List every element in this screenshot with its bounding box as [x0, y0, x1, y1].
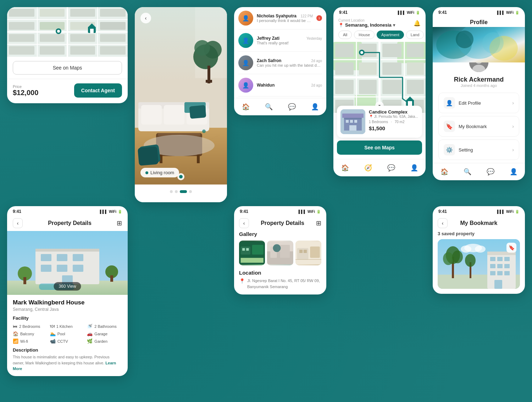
nav-search-icon-3[interactable]: 🔍: [462, 167, 472, 177]
nav-chat-icon[interactable]: 💬: [287, 102, 297, 112]
svg-rect-165: [504, 264, 510, 268]
dot-4[interactable]: [189, 190, 192, 193]
see-on-maps-button[interactable]: See on Maps: [13, 61, 122, 75]
screen-living-room: ‹ Living room: [135, 7, 227, 202]
map-view[interactable]: [7, 7, 128, 57]
nav-profile-icon-2[interactable]: 👤: [409, 163, 419, 173]
see-on-maps-button-2[interactable]: See on Maps: [337, 141, 422, 155]
map-search-view[interactable]: ▾: [333, 42, 426, 113]
nav-explore-icon[interactable]: 🧭: [363, 163, 373, 173]
svg-rect-99: [310, 247, 320, 258]
property-title: Property Details: [48, 220, 92, 226]
nav-profile-icon[interactable]: 👤: [310, 102, 320, 112]
svg-rect-66: [206, 80, 212, 83]
bookmark-label: My Bookmark: [459, 124, 487, 129]
prop-card-separator: ·: [391, 120, 392, 124]
msg-header-nicholas: Nicholas Syahputra 122 PM: [257, 13, 313, 18]
svg-point-24: [57, 30, 60, 33]
svg-rect-116: [382, 62, 401, 75]
bookmark-property-image: 🔖: [438, 239, 520, 289]
view-360-badge[interactable]: 360 View: [54, 282, 81, 291]
gallery-thumb-2[interactable]: [267, 241, 293, 265]
profile-banner: [433, 27, 525, 62]
msg-content-nicholas: Nicholas Syahputra 122 PM I personally t…: [257, 13, 313, 23]
current-location-label: Current Location: [338, 18, 395, 22]
wifi-icon2: 📶: [13, 338, 18, 344]
message-item-2[interactable]: 👤 Jeffrey Zati Yesterday That's really g…: [238, 29, 322, 52]
profile-setting[interactable]: ⚙️ Setting ›: [438, 139, 519, 160]
facility-bedrooms: 🛏2 Bedrooms: [13, 324, 48, 329]
svg-rect-33: [57, 254, 67, 261]
nav-home-icon[interactable]: 🏠: [241, 102, 251, 112]
bookmark-back-button[interactable]: ‹: [438, 218, 448, 228]
facility-balcony-label: Balcony: [20, 332, 34, 336]
profile-status-icons: ▌▌▌ WiFi 🔋: [497, 11, 519, 15]
profile-menu: 👤 Edit Profile › 🔖 My Bookmark › ⚙️ Sett…: [433, 93, 525, 160]
gallery-thumb-3[interactable]: [295, 241, 321, 265]
svg-point-82: [179, 175, 183, 178]
svg-rect-164: [497, 264, 503, 268]
svg-rect-21: [100, 34, 126, 42]
svg-rect-9: [9, 34, 34, 42]
filter-land[interactable]: Land: [406, 31, 424, 39]
nav-chat-icon-2[interactable]: 💬: [386, 163, 396, 173]
msg-time-zach: 2d ago: [311, 59, 322, 63]
screen-bookmark: 9:41 ▌▌▌ WiFi 🔋 ‹ My Bookmark 3 saved pr…: [433, 206, 525, 294]
prop-card-name: Candice Complex: [369, 109, 419, 115]
property-name: Mark Walkingberd House: [13, 299, 122, 306]
location-address-text: Jl. Ngesrep Barat I No. 45, RT 05/ RW 09…: [247, 278, 321, 290]
svg-rect-117: [407, 44, 424, 57]
svg-rect-37: [73, 265, 83, 272]
message-item-4[interactable]: 👤 Wahidun 2d ago: [238, 74, 322, 97]
gallery-back-button[interactable]: ‹: [239, 218, 249, 228]
location-value[interactable]: 📍 Semarang, Indonesia ▾: [338, 22, 395, 28]
status-icons: ▌▌▌ WiFi 🔋: [100, 210, 122, 214]
nav-profile-icon-3[interactable]: 👤: [509, 167, 519, 177]
bookmark-save-icon[interactable]: 🔖: [506, 243, 516, 253]
dot-2[interactable]: [175, 190, 178, 193]
facility-kitchen-label: 1 Kitchen: [56, 324, 73, 329]
filter-all[interactable]: All: [338, 31, 352, 39]
msg-header-zach: Zach Safron 2d ago: [257, 58, 322, 63]
profile-edit-profile[interactable]: 👤 Edit Profile ›: [438, 93, 519, 113]
svg-rect-36: [57, 265, 67, 272]
pool-icon: 🏊: [50, 331, 56, 336]
status-bar: 9:41 ▌▌▌ WiFi 🔋: [7, 206, 128, 215]
avatar-zach: 👤: [238, 55, 253, 70]
bookmark-icon[interactable]: ⊞: [117, 219, 122, 227]
gallery-status-time: 9:41: [240, 209, 248, 214]
msg-time-wahidun: 2d ago: [311, 83, 322, 87]
msg-header-wahidun: Wahidun 2d ago: [257, 83, 322, 88]
setting-icon: ⚙️: [444, 144, 455, 155]
gallery-bookmark-icon[interactable]: ⊞: [316, 219, 321, 227]
gallery-thumb-1[interactable]: [239, 241, 265, 265]
nav-search-icon[interactable]: 🔍: [264, 102, 274, 112]
filter-house[interactable]: House: [354, 31, 375, 39]
contact-agent-button[interactable]: Contact Agent: [74, 83, 122, 98]
profile-my-bookmark[interactable]: 🔖 My Bookmark ›: [438, 116, 519, 137]
nav-home-icon-3[interactable]: 🏠: [439, 167, 449, 177]
nav-chat-icon-3[interactable]: 💬: [486, 167, 495, 177]
back-button[interactable]: ‹: [13, 218, 23, 228]
svg-point-155: [452, 250, 463, 263]
living-back-button[interactable]: ‹: [140, 13, 151, 23]
filter-apartment[interactable]: Apartment: [377, 31, 404, 39]
svg-rect-111: [335, 44, 354, 57]
living-room-image: ‹ Living room: [135, 7, 227, 185]
prop-card-size: 70 m2: [395, 120, 405, 124]
message-item-1[interactable]: 👤 Nicholas Syahputra 122 PM I personally…: [238, 7, 322, 29]
message-item-3[interactable]: 👤 Zach Safron 2d ago Can you hit me up w…: [238, 52, 322, 74]
svg-rect-87: [246, 248, 249, 251]
bookmark-wifi-icon: WiFi: [506, 210, 514, 214]
dot-3-active[interactable]: [180, 190, 187, 193]
svg-rect-93: [280, 245, 290, 258]
svg-rect-85: [241, 247, 250, 255]
saved-count: 3 saved property: [433, 231, 525, 239]
location-info: Current Location 📍 Semarang, Indonesia ▾: [338, 18, 395, 28]
bell-icon[interactable]: 🔔: [414, 20, 421, 27]
facility-garage: 🚗Garage: [87, 331, 122, 336]
prop-card-addr: 📍 Jl. Pemuda No. 63A, Jaka...: [369, 115, 419, 119]
nav-home-icon-2[interactable]: 🏠: [340, 163, 350, 173]
msg-content-wahidun: Wahidun 2d ago: [257, 83, 322, 88]
dot-1[interactable]: [170, 190, 173, 193]
